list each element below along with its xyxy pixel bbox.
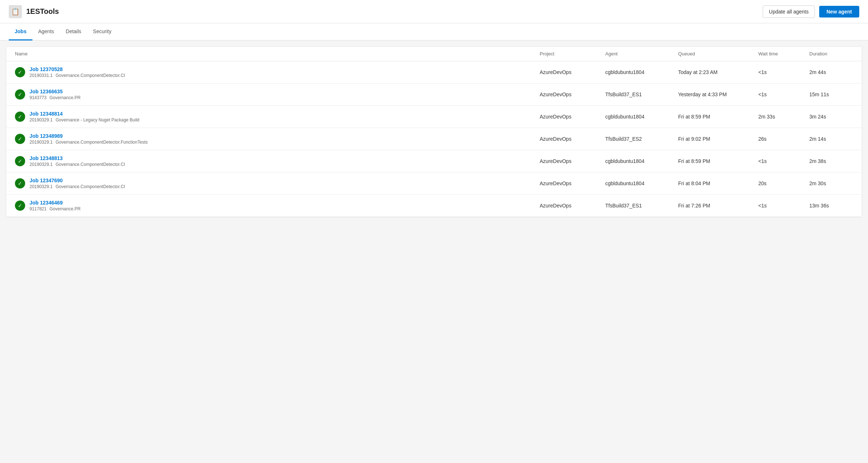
col-header-duration: Duration <box>809 51 853 57</box>
job-details: Job 12370528 20190331.1 Governance.Compo… <box>30 66 125 78</box>
job-wait-time: <1s <box>758 69 809 75</box>
job-name-link[interactable]: Job 12348989 <box>30 133 148 139</box>
job-sub-name: Governance.ComponentDetector.FunctionTes… <box>55 140 148 145</box>
job-sub: 20190329.1 Governance.ComponentDetector.… <box>30 162 125 167</box>
job-info: ✓ Job 12347690 20190329.1 Governance.Com… <box>15 178 540 189</box>
job-agent: TfsBuild37_ES1 <box>605 203 678 209</box>
table-row[interactable]: ✓ Job 12370528 20190331.1 Governance.Com… <box>6 61 862 83</box>
top-bar-right: Update all agents New agent <box>763 5 859 18</box>
top-bar: 📋 1ESTools Update all agents New agent <box>0 0 868 23</box>
tab-jobs[interactable]: Jobs <box>9 23 32 40</box>
top-bar-left: 📋 1ESTools <box>9 5 59 18</box>
job-duration: 15m 11s <box>809 92 853 97</box>
job-sub-id: 9117821 <box>30 206 47 211</box>
col-header-queued: Queued <box>678 51 758 57</box>
status-success-icon: ✓ <box>15 67 25 77</box>
new-agent-button[interactable]: New agent <box>819 6 859 17</box>
job-info: ✓ Job 12348814 20190329.1 Governance - L… <box>15 111 540 122</box>
job-name-link[interactable]: Job 12370528 <box>30 66 125 72</box>
job-wait-time: <1s <box>758 158 809 164</box>
table-row[interactable]: ✓ Job 12366635 9143773 Governance.PR Azu… <box>6 83 862 106</box>
job-sub-id: 20190329.1 <box>30 162 52 167</box>
job-project: AzureDevOps <box>540 203 605 209</box>
tab-agents[interactable]: Agents <box>32 23 60 40</box>
job-project: AzureDevOps <box>540 92 605 97</box>
status-success-icon: ✓ <box>15 201 25 211</box>
table-row[interactable]: ✓ Job 12348989 20190329.1 Governance.Com… <box>6 128 862 150</box>
job-details: Job 12348989 20190329.1 Governance.Compo… <box>30 133 148 145</box>
tab-details[interactable]: Details <box>60 23 87 40</box>
job-name-link[interactable]: Job 12348814 <box>30 111 140 117</box>
table-row[interactable]: ✓ Job 12348813 20190329.1 Governance.Com… <box>6 150 862 172</box>
job-sub-name: Governance.PR <box>50 95 81 100</box>
table-row[interactable]: ✓ Job 12346469 9117821 Governance.PR Azu… <box>6 195 862 217</box>
job-name-link[interactable]: Job 12348813 <box>30 155 125 161</box>
status-success-icon: ✓ <box>15 134 25 144</box>
job-sub-name: Governance.PR <box>50 206 81 211</box>
table-header: Name Project Agent Queued Wait time Dura… <box>6 47 862 61</box>
job-sub: 20190329.1 Governance - Legacy Nuget Pac… <box>30 117 140 122</box>
job-info: ✓ Job 12348989 20190329.1 Governance.Com… <box>15 133 540 145</box>
app-icon: 📋 <box>9 5 22 18</box>
job-project: AzureDevOps <box>540 158 605 164</box>
job-queued: Fri at 8:59 PM <box>678 114 758 120</box>
job-agent: TfsBuild37_ES2 <box>605 136 678 142</box>
job-name-link[interactable]: Job 12347690 <box>30 178 125 183</box>
job-project: AzureDevOps <box>540 114 605 120</box>
job-info: ✓ Job 12346469 9117821 Governance.PR <box>15 200 540 211</box>
job-sub: 20190329.1 Governance.ComponentDetector.… <box>30 140 148 145</box>
tab-security[interactable]: Security <box>87 23 117 40</box>
col-header-wait-time: Wait time <box>758 51 809 57</box>
job-project: AzureDevOps <box>540 69 605 75</box>
job-sub-id: 9143773 <box>30 95 47 100</box>
job-agent: cgbldubuntu1804 <box>605 158 678 164</box>
col-header-agent: Agent <box>605 51 678 57</box>
job-sub-id: 20190329.1 <box>30 117 52 122</box>
tabs-bar: Jobs Agents Details Security <box>0 23 868 40</box>
job-sub-id: 20190329.1 <box>30 140 52 145</box>
table-row[interactable]: ✓ Job 12348814 20190329.1 Governance - L… <box>6 106 862 128</box>
job-details: Job 12346469 9117821 Governance.PR <box>30 200 81 211</box>
job-queued: Fri at 7:26 PM <box>678 203 758 209</box>
job-project: AzureDevOps <box>540 136 605 142</box>
job-sub-name: Governance.ComponentDetector.CI <box>55 184 125 189</box>
status-success-icon: ✓ <box>15 89 25 100</box>
job-sub-id: 20190329.1 <box>30 184 52 189</box>
job-sub: 9143773 Governance.PR <box>30 95 81 100</box>
status-success-icon: ✓ <box>15 156 25 166</box>
job-wait-time: 26s <box>758 136 809 142</box>
job-wait-time: <1s <box>758 203 809 209</box>
job-queued: Fri at 8:59 PM <box>678 158 758 164</box>
job-sub: 9117821 Governance.PR <box>30 206 81 211</box>
col-header-name: Name <box>15 51 540 57</box>
job-queued: Today at 2:23 AM <box>678 69 758 75</box>
job-queued: Yesterday at 4:33 PM <box>678 92 758 97</box>
job-name-link[interactable]: Job 12366635 <box>30 89 81 94</box>
job-duration: 13m 36s <box>809 203 853 209</box>
job-duration: 2m 30s <box>809 180 853 186</box>
job-project: AzureDevOps <box>540 180 605 186</box>
status-success-icon: ✓ <box>15 112 25 122</box>
job-wait-time: <1s <box>758 92 809 97</box>
job-agent: cgbldubuntu1804 <box>605 114 678 120</box>
job-details: Job 12348814 20190329.1 Governance - Leg… <box>30 111 140 122</box>
update-all-agents-button[interactable]: Update all agents <box>763 5 815 18</box>
table-row[interactable]: ✓ Job 12347690 20190329.1 Governance.Com… <box>6 172 862 195</box>
job-duration: 2m 44s <box>809 69 853 75</box>
job-name-link[interactable]: Job 12346469 <box>30 200 81 206</box>
job-sub-name: Governance - Legacy Nuget Package Build <box>55 117 139 122</box>
job-info: ✓ Job 12366635 9143773 Governance.PR <box>15 89 540 100</box>
job-sub-id: 20190331.1 <box>30 73 52 78</box>
jobs-table-container: Name Project Agent Queued Wait time Dura… <box>6 46 862 217</box>
app-title: 1ESTools <box>26 7 59 16</box>
table-body: ✓ Job 12370528 20190331.1 Governance.Com… <box>6 61 862 217</box>
job-sub: 20190329.1 Governance.ComponentDetector.… <box>30 184 125 189</box>
job-details: Job 12347690 20190329.1 Governance.Compo… <box>30 178 125 189</box>
job-sub-name: Governance.ComponentDetector.CI <box>55 73 125 78</box>
col-header-project: Project <box>540 51 605 57</box>
job-agent: cgbldubuntu1804 <box>605 69 678 75</box>
job-agent: TfsBuild37_ES1 <box>605 92 678 97</box>
job-queued: Fri at 8:04 PM <box>678 180 758 186</box>
job-agent: cgbldubuntu1804 <box>605 180 678 186</box>
job-details: Job 12366635 9143773 Governance.PR <box>30 89 81 100</box>
